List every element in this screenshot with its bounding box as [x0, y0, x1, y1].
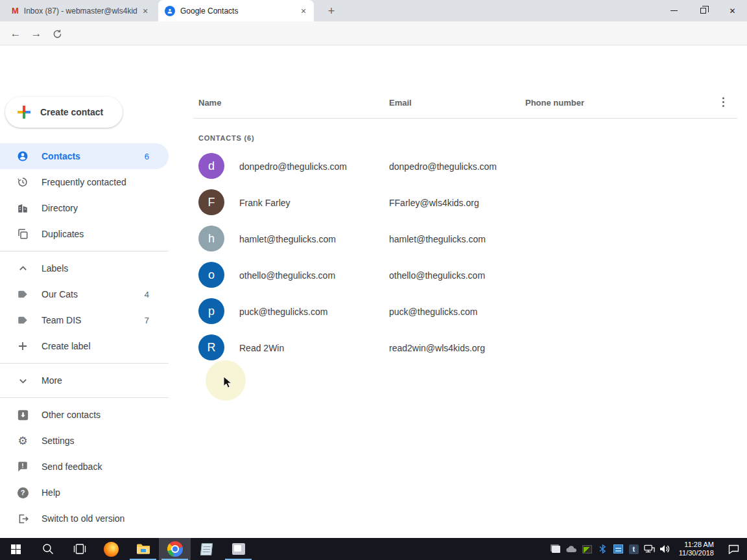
column-name[interactable]: Name [198, 98, 221, 108]
contact-email: donpedro@thegulicks.com [389, 161, 497, 172]
taskbar-firefox[interactable] [95, 538, 127, 560]
contact-rows: d donpedro@thegulicks.com donpedro@thegu… [169, 148, 747, 366]
taskbar-notepad[interactable] [191, 538, 222, 560]
contact-row[interactable]: p puck@thegulicks.com puck@thegulicks.co… [169, 293, 747, 329]
google-plus-icon [17, 105, 31, 119]
contacts-tab-icon [165, 6, 175, 16]
contact-name: Read 2Win [239, 343, 284, 353]
table-options-kebab-icon[interactable] [717, 95, 729, 109]
sidebar-label-team-dis[interactable]: Team DIS 7 [0, 307, 169, 333]
building-icon [17, 202, 29, 214]
avatar: R [198, 334, 224, 360]
label-tag-icon [17, 314, 29, 326]
blue-app-icon[interactable] [613, 544, 624, 555]
close-window-button[interactable]: ✕ [718, 0, 747, 21]
windows-taskbar: t 11:28 AM 11/30/2018 [0, 538, 747, 560]
sidebar-item-send-feedback[interactable]: Send feedback [0, 454, 169, 480]
action-center-button[interactable] [722, 544, 744, 554]
new-tab-button[interactable]: + [323, 3, 340, 19]
contact-row[interactable]: R Read 2Win read2win@wls4kids.org [169, 329, 747, 366]
contact-email: hamlet@thegulicks.com [389, 234, 486, 244]
sidebar-item-label: Help [42, 487, 60, 498]
windows-logo-icon [11, 544, 21, 554]
contact-email: FFarley@wls4kids.org [389, 198, 479, 208]
contact-row[interactable]: F Frank Farley FFarley@wls4kids.org [169, 184, 747, 220]
create-contact-label: Create contact [40, 107, 103, 117]
close-tab-icon[interactable]: × [298, 6, 309, 16]
sidebar-labels-header[interactable]: Labels [0, 255, 169, 281]
sidebar-item-help[interactable]: ? Help [0, 480, 169, 506]
sidebar: Create contact Contacts 6 Frequently con… [0, 84, 169, 538]
tab-google-contacts[interactable]: Google Contacts × [158, 0, 314, 21]
create-contact-button[interactable]: Create contact [5, 97, 123, 128]
taskbar-search-button[interactable] [32, 538, 64, 560]
sidebar-nav: Contacts 6 Frequently contacted Director… [0, 143, 169, 531]
sidebar-item-contacts[interactable]: Contacts 6 [0, 143, 169, 169]
onedrive-cloud-icon[interactable] [566, 544, 577, 555]
label-name: Our Cats [42, 289, 78, 299]
divider [193, 118, 737, 119]
file-explorer-icon [136, 543, 150, 555]
firefox-icon [104, 542, 119, 557]
exit-icon [17, 513, 29, 524]
mouse-cursor [223, 376, 235, 389]
clock-date: 11/30/2018 [679, 549, 714, 557]
contact-row[interactable]: o othello@thegulicks.com othello@theguli… [169, 257, 747, 293]
contact-email: puck@thegulicks.com [389, 307, 477, 317]
feedback-icon [17, 461, 29, 472]
sidebar-item-settings[interactable]: ⚙ Settings [0, 428, 169, 454]
help-icon: ? [17, 487, 29, 498]
tumblr-icon[interactable]: t [628, 544, 639, 555]
labels-header-label: Labels [42, 263, 68, 274]
avatar: p [198, 298, 224, 324]
sidebar-item-frequently-contacted[interactable]: Frequently contacted [0, 169, 169, 195]
avatar: F [198, 189, 224, 215]
more-label: More [42, 375, 62, 386]
sidebar-item-duplicates[interactable]: Duplicates [0, 221, 169, 247]
taskbar-clock[interactable]: 11:28 AM 11/30/2018 [675, 541, 718, 557]
back-button[interactable]: ← [6, 25, 25, 43]
close-tab-icon[interactable]: × [140, 6, 150, 16]
column-phone[interactable]: Phone number [525, 98, 584, 108]
avatar: o [198, 262, 224, 288]
table-column-header: Name Email Phone number [169, 84, 747, 119]
minimize-button[interactable] [659, 0, 689, 21]
column-email[interactable]: Email [389, 98, 412, 108]
contacts-app-header: Contacts Search washington local schools [0, 45, 747, 84]
tray-window-icon[interactable] [551, 544, 562, 555]
sidebar-create-label[interactable]: Create label [0, 333, 169, 359]
sidebar-item-other-contacts[interactable]: Other contacts [0, 402, 169, 428]
desktop: M Inbox (87) - webmaster@wls4kid × Googl… [0, 0, 747, 560]
sidebar-item-label: Contacts [42, 151, 80, 161]
sidebar-label-our-cats[interactable]: Our Cats 4 [0, 281, 169, 307]
window-controls: ✕ [659, 0, 747, 21]
browser-tab-strip: M Inbox (87) - webmaster@wls4kid × Googl… [0, 0, 747, 21]
gmail-icon: M [12, 6, 19, 16]
reload-button[interactable] [48, 25, 66, 43]
contact-row[interactable]: d donpedro@thegulicks.com donpedro@thegu… [169, 148, 747, 184]
label-count: 7 [145, 316, 149, 325]
contact-row[interactable]: h hamlet@thegulicks.com hamlet@thegulick… [169, 220, 747, 257]
taskbar-file-explorer[interactable] [127, 538, 159, 560]
tab-gmail[interactable]: M Inbox (87) - webmaster@wls4kid × [5, 0, 156, 21]
label-name: Team DIS [42, 315, 81, 325]
contact-name: donpedro@thegulicks.com [239, 161, 347, 172]
restore-button[interactable] [689, 0, 718, 21]
graphics-app-icon[interactable] [582, 544, 593, 555]
forward-button[interactable]: → [27, 25, 45, 43]
notepad-icon [200, 543, 213, 555]
sidebar-more[interactable]: More [0, 368, 169, 393]
label-count: 4 [145, 290, 149, 299]
bluetooth-icon[interactable] [597, 544, 608, 555]
plus-icon [17, 340, 29, 352]
network-icon[interactable] [644, 544, 655, 555]
sidebar-item-switch-old-version[interactable]: Switch to old version [0, 506, 169, 531]
task-view-button[interactable] [64, 538, 95, 560]
taskbar-app-window[interactable] [222, 538, 254, 560]
task-view-icon [73, 544, 86, 554]
start-button[interactable] [0, 538, 32, 560]
divider [0, 363, 169, 364]
sidebar-item-directory[interactable]: Directory [0, 195, 169, 221]
volume-icon[interactable] [659, 544, 670, 555]
taskbar-chrome[interactable] [159, 538, 191, 560]
